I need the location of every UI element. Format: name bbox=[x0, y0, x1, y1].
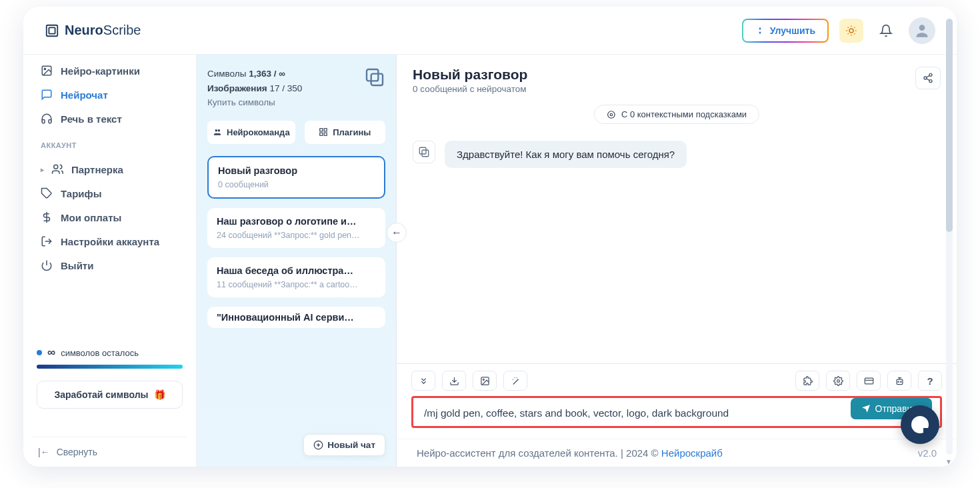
tab-neuroteam[interactable]: Нейрокоманда bbox=[207, 121, 295, 144]
svg-rect-16 bbox=[324, 133, 327, 135]
tab-plugins[interactable]: Плагины bbox=[305, 121, 385, 144]
svg-rect-15 bbox=[320, 133, 323, 135]
upgrade-button[interactable]: Улучшить bbox=[742, 19, 829, 43]
theme-toggle[interactable] bbox=[839, 19, 863, 43]
sidebar-item-payments[interactable]: Мои оплаты bbox=[33, 205, 187, 229]
grid-icon bbox=[319, 127, 328, 137]
assistant-message: Здравствуйте! Как я могу вам помочь сего… bbox=[445, 141, 687, 168]
buy-symbols[interactable]: Купить символы bbox=[207, 95, 302, 110]
robot-button[interactable] bbox=[887, 371, 911, 391]
svg-point-36 bbox=[900, 381, 901, 382]
svg-rect-13 bbox=[320, 129, 323, 131]
card-button[interactable] bbox=[857, 371, 881, 391]
svg-rect-9 bbox=[367, 69, 378, 81]
collapse-label: Свернуть bbox=[57, 447, 97, 457]
download-button[interactable] bbox=[442, 371, 466, 391]
scroll-down-icon[interactable]: ▼ bbox=[945, 456, 953, 467]
upgrade-label: Улучшить bbox=[770, 25, 815, 36]
chat-fab[interactable] bbox=[901, 405, 939, 444]
expand-button[interactable] bbox=[411, 371, 435, 391]
conversation-panel: Символы 1,363 / ∞ Изображения 17 / 350 К… bbox=[197, 55, 397, 467]
image-button[interactable] bbox=[473, 371, 497, 391]
settings-button[interactable] bbox=[826, 371, 850, 391]
usage-bar bbox=[37, 365, 183, 369]
app-window: NeuroScribe Улучшить Нейро-картинки bbox=[23, 7, 957, 467]
users-icon bbox=[51, 163, 63, 175]
svg-line-24 bbox=[927, 75, 930, 77]
scrollbar-thumb[interactable] bbox=[946, 19, 953, 232]
chat-body: С 0 контекстными подсказками Здравствуйт… bbox=[397, 103, 957, 363]
svg-point-12 bbox=[218, 129, 221, 132]
svg-line-23 bbox=[927, 79, 930, 81]
svg-rect-10 bbox=[371, 74, 383, 85]
stack-icon bbox=[364, 67, 385, 88]
sidebar-item-speech[interactable]: Речь в текст bbox=[33, 107, 187, 131]
conversation-item[interactable]: Новый разговор 0 сообщений bbox=[207, 156, 385, 199]
stats: Символы 1,363 / ∞ Изображения 17 / 350 К… bbox=[207, 67, 385, 110]
stats-text: Символы 1,363 / ∞ Изображения 17 / 350 К… bbox=[207, 67, 302, 110]
conv-tabs: Нейрокоманда Плагины bbox=[207, 121, 385, 144]
dollar-icon bbox=[41, 211, 53, 223]
sidebar-item-images[interactable]: Нейро-картинки bbox=[33, 59, 187, 83]
sidebar-item-tariffs[interactable]: Тарифы bbox=[33, 181, 187, 205]
tool-group-right: ? bbox=[795, 371, 942, 391]
svg-point-26 bbox=[610, 113, 613, 116]
collapse-sidebar[interactable]: |← Свернуть bbox=[33, 437, 187, 467]
sidebar-account-header: АККАУНТ bbox=[33, 131, 187, 153]
sidebar-item-partner[interactable]: ▸ Партнерка bbox=[33, 157, 187, 181]
headphones-icon bbox=[41, 113, 53, 125]
context-label: С 0 контекстными подсказками bbox=[621, 109, 747, 119]
extension-button[interactable] bbox=[795, 371, 819, 391]
sidebar-label: Партнерка bbox=[71, 164, 123, 175]
scrollbar-track[interactable] bbox=[946, 19, 953, 455]
assistant-icon bbox=[418, 146, 430, 158]
bell-icon bbox=[879, 24, 893, 37]
conversation-item[interactable]: Наш разговор о логотипе и… 24 сообщений … bbox=[207, 208, 385, 248]
share-button[interactable] bbox=[915, 67, 941, 89]
svg-rect-27 bbox=[419, 147, 426, 154]
sidebar-item-chat[interactable]: Нейрочат bbox=[33, 83, 187, 107]
svg-point-2 bbox=[849, 29, 853, 33]
chat-area: ← Новый разговор 0 сообщений с нейрочато… bbox=[397, 55, 957, 467]
brand-bold: Neuro bbox=[65, 23, 103, 37]
user-avatar[interactable] bbox=[909, 17, 935, 44]
chat-title: Новый разговор bbox=[413, 67, 527, 83]
sidebar-item-settings[interactable]: Настройки аккаунта bbox=[33, 229, 187, 253]
new-chat-button[interactable]: Новый чат bbox=[303, 434, 385, 456]
gift-icon: 🎁 bbox=[154, 389, 165, 400]
tab-label: Нейрокоманда bbox=[227, 127, 290, 137]
collapse-panel-button[interactable]: ← bbox=[387, 223, 407, 243]
rocket-icon bbox=[755, 26, 765, 35]
svg-point-35 bbox=[898, 381, 899, 382]
svg-rect-28 bbox=[422, 150, 429, 157]
conversation-item[interactable]: Наша беседа об иллюстра… 11 сообщений **… bbox=[207, 257, 385, 297]
svg-rect-0 bbox=[47, 25, 58, 36]
conversation-list: Новый разговор 0 сообщений Наш разговор … bbox=[207, 156, 385, 455]
robot-icon bbox=[895, 376, 905, 386]
svg-point-5 bbox=[44, 68, 45, 69]
assistant-avatar bbox=[413, 141, 435, 163]
sidebar-item-logout[interactable]: Выйти bbox=[33, 253, 187, 277]
image-icon bbox=[480, 376, 490, 386]
conv-sub: 11 сообщений **Запрос:** a cartoo… bbox=[217, 280, 376, 289]
brand-logo[interactable]: NeuroScribe bbox=[45, 23, 141, 38]
help-button[interactable]: ? bbox=[918, 371, 942, 391]
symbols-value: 1,363 / ∞ bbox=[249, 69, 285, 79]
magic-button[interactable] bbox=[503, 371, 527, 391]
footer-text: Нейро-ассистент для создателей контента.… bbox=[417, 447, 659, 459]
context-button[interactable]: С 0 контекстными подсказками bbox=[594, 105, 759, 124]
earn-button[interactable]: Заработай символы 🎁 bbox=[37, 381, 183, 409]
notifications-button[interactable] bbox=[874, 19, 898, 43]
plus-icon bbox=[313, 440, 323, 450]
wand-icon bbox=[511, 376, 521, 386]
conversation-item[interactable]: "Инновационный AI серви… bbox=[207, 307, 385, 328]
infinity-icon: ∞ bbox=[47, 346, 55, 359]
svg-rect-32 bbox=[865, 378, 873, 384]
usage-block: ∞символов осталось Заработай символы 🎁 bbox=[33, 337, 187, 437]
footer-link[interactable]: Нейроскрайб bbox=[661, 447, 723, 459]
svg-rect-14 bbox=[324, 129, 327, 131]
conv-title: Наша беседа об иллюстра… bbox=[217, 265, 376, 276]
svg-point-21 bbox=[924, 77, 927, 79]
sidebar-nav: Нейро-картинки Нейрочат Речь в текст bbox=[33, 55, 187, 131]
sidebar-label: Мои оплаты bbox=[61, 212, 121, 223]
